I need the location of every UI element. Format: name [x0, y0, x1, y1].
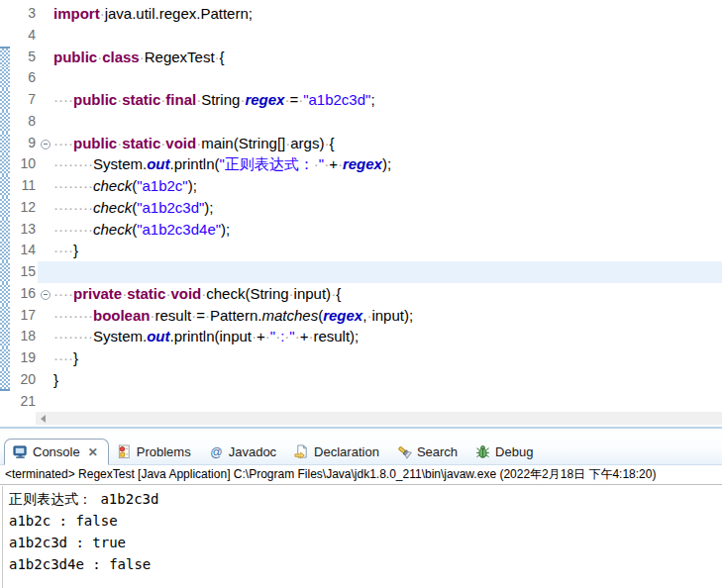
console-status-line: <terminated> RegexTest [Java Application… [0, 465, 722, 485]
fold-column [38, 305, 53, 327]
code-text[interactable]: ········check("a1b2c"); [53, 175, 722, 197]
line-number[interactable]: 18 [10, 326, 38, 347]
fold-column [38, 175, 53, 197]
range-indicator [0, 89, 10, 111]
code-line: 20} [0, 369, 722, 391]
range-indicator [0, 153, 10, 175]
console-output-line: a1b2c3d4e : false [9, 553, 722, 575]
line-number[interactable]: 7 [10, 89, 38, 111]
code-text[interactable] [53, 111, 722, 133]
search-icon [397, 444, 412, 459]
code-line: 3import·java.util.regex.Pattern; [0, 3, 722, 25]
line-number[interactable]: 11 [10, 175, 38, 197]
range-indicator [0, 283, 10, 305]
tab-label: Javadoc [229, 444, 276, 459]
code-text[interactable]: ····} [53, 240, 722, 261]
code-text[interactable]: ····} [53, 347, 722, 369]
fold-column [38, 153, 53, 175]
range-indicator [0, 25, 10, 47]
scroll-left-icon[interactable] [41, 415, 46, 423]
code-text[interactable]: ····public·static·final·String·regex·=·"… [53, 89, 722, 111]
range-indicator [0, 67, 10, 89]
view-tabbar: Console✕Problems@JavadocDeclarationSearc… [0, 429, 722, 465]
code-text[interactable] [53, 391, 722, 413]
line-number[interactable]: 14 [10, 240, 38, 261]
code-line: 6 [0, 67, 722, 89]
fold-column [38, 133, 53, 154]
line-number[interactable]: 16 [10, 283, 38, 305]
code-line: 8 [0, 111, 722, 133]
code-line: 7····public·static·final·String·regex·=·… [0, 89, 722, 111]
line-number[interactable]: 21 [10, 391, 38, 413]
declaration-icon [294, 444, 309, 459]
code-text[interactable]: ········check("a1b2c3d4e"); [53, 219, 722, 241]
tab-label: Problems [137, 444, 191, 459]
code-text[interactable]: ········System.out.println("正则表达式：·"·+·r… [53, 153, 722, 175]
line-number[interactable]: 19 [10, 347, 38, 369]
close-icon[interactable]: ✕ [88, 446, 98, 458]
code-text[interactable]: ····public·static·void·main(String[]·arg… [53, 133, 722, 154]
code-line: 13········check("a1b2c3d4e"); [0, 219, 722, 241]
line-number[interactable]: 4 [10, 25, 38, 47]
range-indicator [0, 261, 10, 283]
code-text[interactable] [53, 25, 722, 47]
code-line: 14····} [0, 240, 722, 261]
tab-javadoc[interactable]: @Javadoc [201, 440, 286, 464]
tab-label: Search [417, 444, 458, 459]
range-indicator [0, 391, 10, 413]
javadoc-icon: @ [209, 444, 224, 459]
tab-declaration[interactable]: Declaration [286, 440, 389, 464]
code-text[interactable]: ········boolean·result·=·Pattern.matches… [53, 305, 722, 327]
line-number[interactable]: 9 [10, 133, 38, 154]
line-number[interactable]: 12 [10, 197, 38, 219]
line-number[interactable]: 13 [10, 219, 38, 241]
line-number[interactable]: 10 [10, 153, 38, 175]
line-number[interactable]: 8 [10, 111, 38, 133]
tab-console[interactable]: Console✕ [4, 439, 109, 465]
line-number[interactable]: 3 [10, 3, 38, 25]
fold-column [38, 283, 53, 305]
code-text[interactable]: ········check("a1b2c3d"); [53, 197, 722, 219]
fold-column [38, 3, 53, 25]
tab-problems[interactable]: Problems [109, 440, 201, 464]
code-line: 11········check("a1b2c"); [0, 175, 722, 197]
line-number[interactable]: 17 [10, 305, 38, 327]
console-output[interactable]: 正则表达式： a1b2c3da1b2c : falsea1b2c3d : tru… [2, 486, 722, 588]
tab-debug[interactable]: Debug [467, 440, 543, 464]
code-text[interactable]: ········System.out.println(input·+·"·:·"… [53, 326, 722, 347]
code-line: 18········System.out.println(input·+·"·:… [0, 326, 722, 347]
range-indicator [0, 305, 10, 327]
line-number[interactable]: 20 [10, 369, 38, 391]
fold-column [38, 25, 53, 47]
java-source-editor[interactable]: 3import·java.util.regex.Pattern;45public… [0, 0, 722, 427]
horizontal-scrollbar[interactable] [36, 412, 722, 425]
range-indicator [0, 197, 10, 219]
line-number[interactable]: 5 [10, 47, 38, 68]
fold-column [38, 326, 53, 347]
code-lines: 3import·java.util.regex.Pattern;45public… [0, 3, 722, 412]
code-line: 5public·class·RegexTest·{ [0, 47, 722, 68]
collapse-icon[interactable] [41, 290, 51, 300]
code-text[interactable] [53, 261, 722, 283]
svg-text:@: @ [210, 445, 222, 459]
code-text[interactable] [53, 67, 722, 89]
fold-column [38, 47, 53, 68]
code-line: 10········System.out.println("正则表达式：·"·+… [0, 153, 722, 175]
collapse-icon[interactable] [41, 140, 51, 149]
tab-label: Console [33, 444, 80, 459]
line-number[interactable]: 15 [10, 261, 38, 283]
code-line: 19····} [0, 347, 722, 369]
code-text[interactable]: ····private·static·void·check(String·inp… [53, 283, 722, 305]
tab-search[interactable]: Search [389, 440, 467, 464]
range-indicator [0, 240, 10, 261]
code-text[interactable]: } [53, 369, 722, 391]
fold-column [38, 89, 53, 111]
console-output-line: 正则表达式： a1b2c3d [9, 488, 722, 510]
line-number[interactable]: 6 [10, 67, 38, 89]
range-indicator [0, 47, 10, 68]
range-indicator [0, 175, 10, 197]
code-text[interactable]: public·class·RegexTest·{ [53, 47, 722, 68]
code-text[interactable]: import·java.util.regex.Pattern; [53, 3, 722, 25]
code-line: 12········check("a1b2c3d"); [0, 197, 722, 219]
problems-icon [117, 444, 132, 459]
